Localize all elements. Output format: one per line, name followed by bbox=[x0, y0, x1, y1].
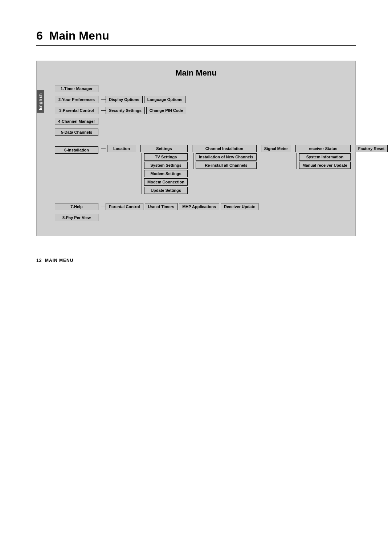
install-col-location: Location bbox=[107, 145, 136, 152]
menu-item-parental-control-help[interactable]: Parental Control bbox=[106, 203, 143, 210]
install-col-signal: Signal Meter bbox=[261, 145, 291, 152]
install-col-settings: Settings TV Settings System Settings Mod… bbox=[140, 145, 188, 194]
menu-item-channel-manager[interactable]: 4-Channel Manager bbox=[55, 118, 98, 125]
menu-item-pay-per-view[interactable]: 8-Pay Per View bbox=[55, 214, 98, 221]
menu-item-modem-connection[interactable]: Modem Connection bbox=[144, 178, 188, 186]
menu-item-channel-installation[interactable]: Channel Installation bbox=[192, 145, 257, 152]
receiver-sub-col: System Information Manual receiver Updat… bbox=[297, 153, 351, 169]
menu-item-receiver-status[interactable]: receiver Status bbox=[295, 145, 351, 152]
menu-item-settings[interactable]: Settings bbox=[140, 145, 188, 152]
menu-row-8: 8-Pay Per View bbox=[44, 214, 348, 221]
menu-row-1: 1-Timer Manager bbox=[44, 85, 348, 92]
menu-item-security-settings[interactable]: Security Settings bbox=[106, 107, 145, 114]
menu-item-system-information[interactable]: System Information bbox=[299, 153, 351, 161]
menu-row-3: 3-Parental Control Security Settings Cha… bbox=[44, 107, 348, 114]
chapter-title: 6 Main Menu bbox=[36, 29, 356, 46]
menu-item-change-pin[interactable]: Change PIN Code bbox=[146, 107, 186, 114]
menu-item-data-channels[interactable]: 5-Data Channels bbox=[55, 129, 98, 136]
menu-item-parental-control[interactable]: 3-Parental Control bbox=[55, 107, 98, 114]
menu-item-tv-settings[interactable]: TV Settings bbox=[144, 153, 188, 161]
menu-item-receiver-update[interactable]: Receiver Update bbox=[221, 203, 258, 210]
help-sub-items: Parental Control Use of Timers MHP Appli… bbox=[101, 203, 258, 210]
menu-item-use-of-timers[interactable]: Use of Timers bbox=[145, 203, 178, 210]
main-menu-diagram: English Main Menu 1-Timer Manager 2-Your… bbox=[36, 61, 356, 236]
channel-sub-col: Installation of New Channels Re-install … bbox=[193, 153, 257, 169]
install-col-factory-reset: Factory Reset bbox=[355, 145, 388, 152]
menu-item-modem-settings[interactable]: Modem Settings bbox=[144, 170, 188, 177]
menu-item-location[interactable]: Location bbox=[107, 145, 136, 152]
diagram-title: Main Menu bbox=[44, 68, 348, 78]
menu-item-help[interactable]: 7-Help bbox=[55, 203, 98, 210]
language-tab: English bbox=[37, 90, 44, 113]
menu-item-reinstall-channels[interactable]: Re-install all Channels bbox=[196, 162, 257, 169]
menu-item-manual-receiver-update[interactable]: Manual receiver Update bbox=[299, 162, 351, 169]
menu-row-2: 2-Your Preferences Display Options Langu… bbox=[44, 96, 348, 103]
menu-item-factory-reset[interactable]: Factory Reset bbox=[355, 145, 388, 152]
menu-row-4: 4-Channel Manager bbox=[44, 118, 348, 125]
page-footer: 12 MAIN MENU bbox=[36, 258, 356, 263]
menu-row-7: 7-Help Parental Control Use of Timers MH… bbox=[44, 203, 348, 210]
settings-sub-col: TV Settings System Settings Modem Settin… bbox=[142, 153, 188, 194]
parental-sub-items: Security Settings Change PIN Code bbox=[101, 107, 186, 114]
menu-item-install-new-channels[interactable]: Installation of New Channels bbox=[196, 153, 257, 161]
menu-item-update-settings[interactable]: Update Settings bbox=[144, 187, 188, 194]
install-col-channel: Channel Installation Installation of New… bbox=[192, 145, 257, 169]
preferences-sub-items: Display Options Language Options bbox=[101, 96, 185, 103]
install-col-receiver-status: receiver Status System Information Manua… bbox=[295, 145, 351, 169]
menu-row-5: 5-Data Channels bbox=[44, 129, 348, 136]
installation-sub-items: Location Settings TV Settings System Set… bbox=[101, 145, 388, 194]
menu-item-installation[interactable]: 6-Installation bbox=[55, 146, 98, 154]
menu-item-language-options[interactable]: Language Options bbox=[144, 96, 186, 103]
menu-item-timer-manager[interactable]: 1-Timer Manager bbox=[55, 85, 98, 92]
menu-item-system-settings[interactable]: System Settings bbox=[144, 162, 188, 169]
menu-item-signal-meter[interactable]: Signal Meter bbox=[261, 145, 291, 152]
menu-item-your-preferences[interactable]: 2-Your Preferences bbox=[55, 96, 98, 103]
menu-row-6: 6-Installation Location Settings TV Sett… bbox=[44, 145, 348, 194]
menu-item-display-options[interactable]: Display Options bbox=[106, 96, 143, 103]
menu-item-mhp-applications[interactable]: MHP Applications bbox=[179, 203, 219, 210]
